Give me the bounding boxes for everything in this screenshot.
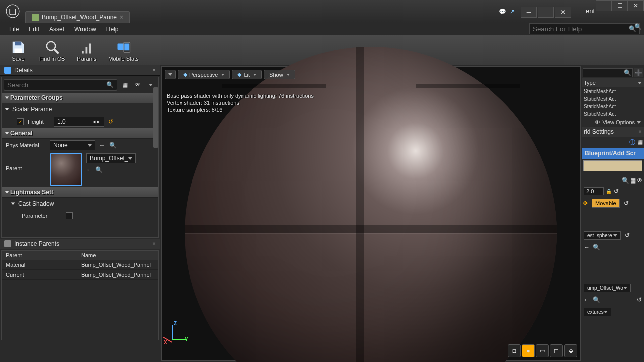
custom-mesh-button[interactable]: ⬙ [564, 344, 577, 357]
close-icon[interactable]: × [152, 240, 156, 247]
search-icon[interactable]: 🔍 [109, 142, 117, 149]
world-settings-tab[interactable]: rld Settings × [582, 127, 644, 137]
view-options-button[interactable]: View Options [602, 119, 635, 125]
save-button[interactable]: Save [4, 38, 32, 63]
cube-shape-button[interactable]: ◻ [550, 344, 563, 357]
menu-asset[interactable]: Asset [44, 25, 69, 34]
lock-icon[interactable]: 🔒 [606, 189, 612, 194]
search-icon[interactable]: 🔍 [622, 177, 629, 184]
mobility-movable-button[interactable]: Movable [592, 199, 620, 208]
property-matrix-icon[interactable]: ▦ [637, 138, 643, 147]
details-search-input[interactable] [7, 81, 106, 89]
material-dropdown[interactable]: ump_Offset_Wo [584, 284, 631, 292]
show-button[interactable]: Show [264, 70, 295, 79]
reset-icon[interactable]: ↺ [614, 188, 619, 195]
outer-close-button[interactable]: ✕ [628, 0, 644, 11]
scrollbar[interactable] [153, 87, 158, 148]
svg-point-3 [46, 41, 55, 50]
back-arrow-icon[interactable]: ← [584, 244, 590, 251]
static-mesh-dropdown[interactable]: est_sphere [584, 231, 621, 240]
list-item[interactable]: StaticMeshAct [582, 110, 644, 118]
eye-icon[interactable]: 👁 [637, 177, 643, 184]
maximize-button[interactable]: ☐ [538, 7, 554, 18]
tab-close-icon[interactable]: × [120, 14, 123, 21]
add-actor-icon[interactable]: ➕ [634, 68, 643, 77]
close-icon[interactable]: × [152, 67, 156, 74]
blueprint-add-script-button[interactable]: Blueprint/Add Scr [582, 148, 644, 159]
marketplace-icon[interactable]: ↗ [510, 8, 520, 16]
find-in-cb-button[interactable]: Find in CB [34, 38, 70, 63]
mobile-stats-button[interactable]: Mobile Stats [103, 38, 144, 63]
details-search-box[interactable]: 🔍 [4, 79, 117, 90]
list-item[interactable]: StaticMeshAct [582, 95, 644, 103]
svg-rect-1 [15, 41, 22, 45]
table-row[interactable]: Current Bump_Offset_Wood_Pannel [2, 270, 158, 280]
svg-rect-6 [86, 47, 88, 54]
general-header[interactable]: General [2, 128, 158, 139]
details-icon [4, 67, 11, 74]
type-column-header[interactable]: Type [584, 80, 596, 86]
reset-icon[interactable]: ↺ [624, 200, 629, 207]
height-input[interactable]: 1.0 ◄► [54, 117, 104, 127]
outliner-search[interactable]: 🔍 [583, 68, 633, 77]
table-row[interactable]: Material Bump_Offset_Wood_Pannel [2, 260, 158, 270]
search-icon[interactable]: 🔍 [593, 244, 600, 251]
reset-icon[interactable]: ↺ [637, 296, 642, 303]
preview-viewport[interactable]: ◆Perspective ◆Lit Show Base pass shader … [161, 66, 581, 361]
minimize-button[interactable]: ─ [521, 7, 537, 18]
outer-maximize-button[interactable]: ☐ [612, 0, 628, 11]
component-bar[interactable] [583, 160, 642, 171]
source-control-icon[interactable]: 💬 [499, 8, 509, 16]
eye-icon: 👁 [595, 119, 600, 125]
parent-material-dropdown[interactable]: Bump_Offset_ [86, 153, 136, 163]
menu-file[interactable]: File [4, 25, 24, 34]
back-arrow-icon[interactable]: ← [584, 296, 590, 303]
lit-button[interactable]: ◆Lit [232, 70, 262, 79]
parameter-groups-header[interactable]: Parameter Groups [2, 93, 158, 103]
search-icon: 🔍 [106, 81, 114, 88]
params-button[interactable]: Params [72, 38, 101, 63]
editor-tab[interactable]: Bump_Offset_Wood_Panne × [25, 11, 130, 23]
reset-icon[interactable]: ↺ [625, 232, 630, 239]
menu-edit[interactable]: Edit [24, 25, 44, 34]
search-icon[interactable]: 🔍 [593, 296, 600, 303]
sort-icon[interactable] [638, 82, 642, 84]
matrix-view-icon[interactable]: ▦ [630, 177, 636, 184]
cylinder-shape-button[interactable]: ◘ [508, 344, 521, 357]
tab-title: Bump_Offset_Wood_Panne [42, 14, 117, 21]
mobility-icon: ✥ [583, 200, 588, 207]
close-button[interactable]: ✕ [555, 7, 571, 18]
viewport-options-button[interactable] [165, 70, 176, 79]
matrix-view-icon[interactable]: ▦ [119, 79, 130, 90]
details-tab[interactable]: Details × [0, 65, 160, 76]
menu-help[interactable]: Help [101, 25, 124, 34]
back-arrow-icon[interactable]: ← [99, 142, 105, 149]
search-help-box[interactable]: 🔍 [529, 23, 640, 34]
lightmass-header[interactable]: Lightmass Sett [2, 187, 158, 198]
perspective-button[interactable]: ◆Perspective [178, 70, 230, 79]
scale-input[interactable]: 2.0 [584, 187, 604, 195]
height-label: Height [28, 119, 50, 125]
name-column-header[interactable]: Name [77, 251, 158, 260]
search-help-input[interactable] [533, 25, 629, 33]
outer-minimize-button[interactable]: ─ [596, 0, 612, 11]
list-item[interactable]: StaticMeshAct [582, 87, 644, 95]
list-item[interactable]: StaticMeshAct [582, 103, 644, 110]
eye-icon[interactable]: 👁 [132, 79, 143, 90]
phys-material-dropdown[interactable]: None [50, 140, 95, 150]
search-icon[interactable]: 🔍 [95, 166, 103, 173]
back-arrow-icon[interactable]: ← [86, 166, 92, 173]
instance-parents-tab[interactable]: Instance Parents × [0, 239, 160, 249]
info-icon[interactable]: ⓘ [629, 138, 635, 147]
sphere-shape-button[interactable]: ● [522, 344, 535, 357]
parent-label: Parent [6, 153, 46, 171]
height-checkbox[interactable] [17, 118, 24, 125]
parent-material-thumbnail[interactable] [50, 153, 82, 186]
shader-stats: Base pass shader with only dynamic light… [167, 92, 314, 113]
parent-column-header[interactable]: Parent [2, 251, 77, 260]
reset-icon[interactable]: ↺ [108, 118, 113, 125]
plane-shape-button[interactable]: ▭ [536, 344, 549, 357]
textures-dropdown[interactable]: extures [584, 308, 611, 316]
parameter-checkbox[interactable] [66, 212, 73, 219]
menu-window[interactable]: Window [69, 25, 101, 34]
